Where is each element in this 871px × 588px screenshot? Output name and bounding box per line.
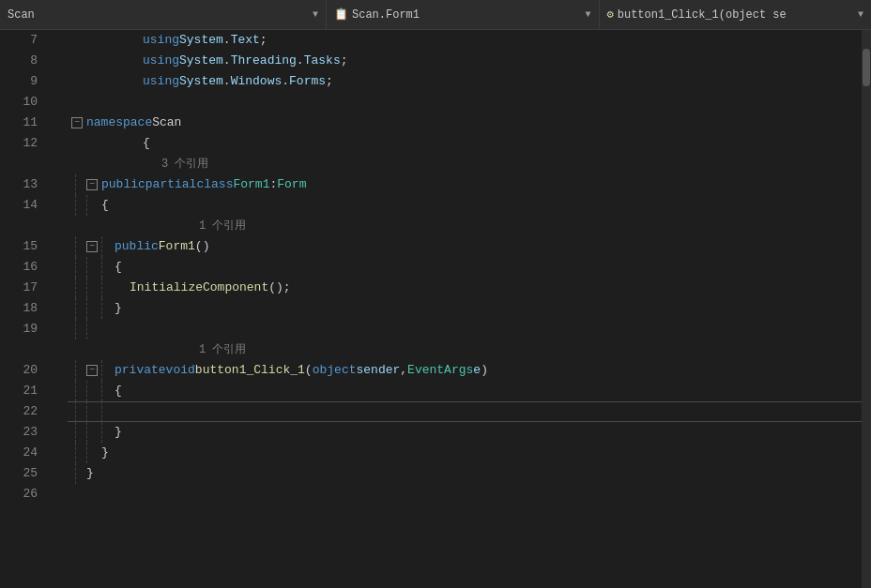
ln-14: 14 [0, 195, 38, 216]
ln-13: 13 [0, 174, 38, 195]
code-line-12: { [68, 133, 862, 154]
code-line-13: − public partial class Form1 : Form [68, 174, 862, 195]
collapse-button-method[interactable]: − [86, 365, 98, 376]
ln-12: 12 [0, 133, 38, 154]
code-line-25: } [68, 463, 862, 484]
ln-18: 18 [0, 298, 38, 319]
top-bar-middle[interactable]: 📋 Scan.Form1 ▼ [327, 0, 600, 29]
ln-15: 15 [0, 236, 38, 257]
code-line-9: using System.Windows.Forms; [68, 71, 862, 92]
code-line-16: { [68, 257, 862, 278]
code-line-17: InitializeComponent(); [68, 278, 862, 298]
editor[interactable]: 7 8 9 10 11 12 13 14 15 16 17 18 19 20 2… [0, 30, 871, 588]
left-dropdown-arrow[interactable]: ▼ [313, 9, 318, 20]
line-numbers: 7 8 9 10 11 12 13 14 15 16 17 18 19 20 2… [0, 30, 47, 588]
right-dropdown-arrow[interactable]: ▼ [858, 9, 863, 20]
ln-19: 19 [0, 319, 38, 339]
code-line-14: { [68, 195, 862, 216]
collapse-namespace[interactable]: − [71, 117, 83, 128]
form-icon: 📋 [334, 8, 348, 22]
ln-7: 7 [0, 30, 38, 51]
hint-3refs: 3 个引用 [68, 154, 862, 174]
project-label: Scan [8, 8, 35, 22]
code-line-22[interactable] [68, 401, 862, 422]
code-line-10 [68, 92, 862, 113]
ln-8: 8 [0, 51, 38, 71]
code-line-11: − namespace Scan [68, 113, 862, 133]
ln-hint1a [0, 216, 38, 236]
collapse-class[interactable]: − [86, 179, 98, 190]
ln-24: 24 [0, 443, 38, 463]
hint-1refs-a: 1 个引用 [68, 216, 862, 236]
code-area: 7 8 9 10 11 12 13 14 15 16 17 18 19 20 2… [0, 30, 871, 588]
form-label: Scan.Form1 [352, 8, 420, 22]
middle-dropdown-arrow[interactable]: ▼ [585, 9, 590, 20]
code-line-23: } [68, 422, 862, 443]
app-container: Scan ▼ 📋 Scan.Form1 ▼ ⚙ button1_Click_1(… [0, 0, 871, 588]
ln-11: 11 [0, 113, 38, 133]
code-line-21: { [68, 381, 862, 401]
top-bar-right[interactable]: ⚙ button1_Click_1(object se ▼ [600, 0, 872, 29]
code-line-26 [68, 484, 862, 505]
code-line-20: − private void button1_Click_1(object se… [68, 360, 862, 381]
hint-1refs-b: 1 个引用 [68, 339, 862, 360]
ln-16: 16 [0, 257, 38, 278]
top-bar: Scan ▼ 📋 Scan.Form1 ▼ ⚙ button1_Click_1(… [0, 0, 871, 30]
method-icon: ⚙ [607, 8, 614, 22]
ln-17: 17 [0, 278, 38, 298]
code-content[interactable]: using System.Text; using System.Threadin… [68, 30, 862, 588]
method-label: button1_Click_1(object se [618, 8, 787, 22]
ln-22: 22 [0, 401, 38, 422]
code-line-24: } [68, 443, 862, 463]
ln-26: 26 [0, 484, 38, 505]
ln-23: 23 [0, 422, 38, 443]
top-bar-left[interactable]: Scan ▼ [0, 0, 327, 29]
ln-hint3 [0, 154, 38, 174]
ln-10: 10 [0, 92, 38, 113]
ln-25: 25 [0, 463, 38, 484]
vertical-scrollbar[interactable] [862, 30, 871, 588]
ln-20: 20 [0, 360, 38, 381]
ln-9: 9 [0, 71, 38, 92]
ln-hint1b [0, 339, 38, 360]
scrollbar-thumb[interactable] [863, 49, 870, 86]
code-line-7: using System.Text; [68, 30, 862, 51]
ln-21: 21 [0, 381, 38, 401]
collapse-form1-method[interactable]: − [86, 241, 98, 252]
code-line-15: − public Form1() [68, 236, 862, 257]
code-line-19 [68, 319, 862, 339]
code-line-8: using System.Threading.Tasks; [68, 51, 862, 71]
code-line-18: } [68, 298, 862, 319]
outlining-margin [47, 30, 68, 588]
